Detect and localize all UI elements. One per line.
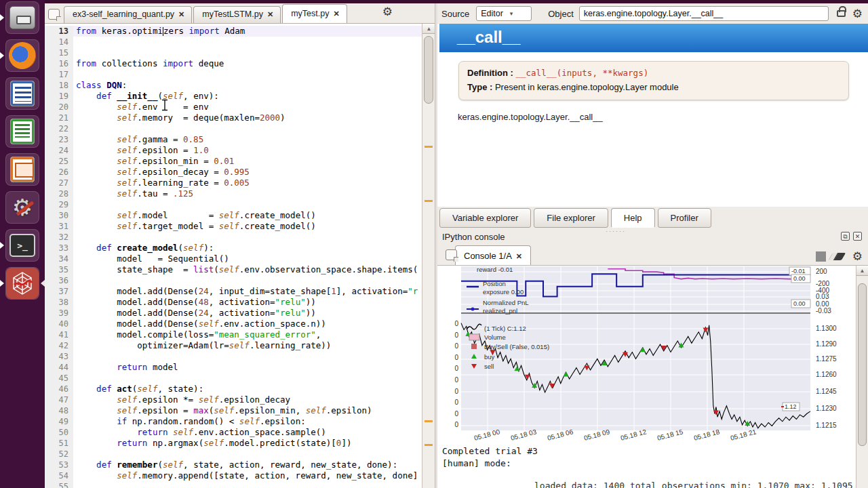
console-scrollbar[interactable]: ▲: [856, 266, 868, 488]
line-number: 15: [45, 47, 73, 58]
svg-text:0.00: 0.00: [793, 275, 806, 282]
line-number: 36: [45, 275, 73, 286]
close-pane-icon[interactable]: ✕: [853, 232, 862, 241]
code-line[interactable]: 53 def remember(self, state, action, rew…: [45, 460, 422, 470]
code-line[interactable]: 52: [45, 449, 422, 460]
line-number: 41: [45, 329, 73, 340]
settings-icon[interactable]: ⚙: [5, 191, 39, 224]
code-line[interactable]: 24 self.epsilon = 1.0: [45, 145, 422, 156]
scrollbar-thumb[interactable]: [858, 283, 867, 446]
impress-icon[interactable]: [5, 153, 39, 186]
code-line[interactable]: 27 self.learning_rate = 0.005: [45, 178, 422, 188]
browse-tabs-button[interactable]: [48, 9, 60, 20]
code-line[interactable]: 49 if np.random.random() < self.epsilon:: [45, 416, 422, 427]
code-line[interactable]: 23 self.gamma = 0.85: [45, 134, 422, 145]
line-number: 47: [45, 394, 73, 405]
code-line[interactable]: 26 self.epsilon_decay = 0.995: [45, 167, 422, 178]
writer-icon[interactable]: [5, 77, 39, 110]
tab-mytestlstm[interactable]: myTestLSTM.py✕: [193, 6, 281, 23]
tab-help[interactable]: Help: [611, 208, 655, 228]
code-line[interactable]: 55: [45, 481, 422, 488]
svg-text:-0.03: -0.03: [816, 307, 831, 314]
tab-mytest[interactable]: myTest.py✕: [282, 4, 347, 23]
code-line[interactable]: 33 def create_model(self):: [45, 243, 422, 253]
close-icon[interactable]: ✕: [178, 10, 184, 18]
code-line[interactable]: 21 self.memory = deque(maxlen=2000): [45, 113, 422, 123]
code-line[interactable]: 29: [45, 199, 422, 210]
source-select[interactable]: Editor▾: [476, 6, 532, 21]
code-line[interactable]: 50 return self.env.action_space.sample(): [45, 427, 422, 438]
object-input[interactable]: keras.engine.topology.Layer.__call__: [579, 6, 829, 21]
code-editor[interactable]: 13from keras.optimizers import Adam14151…: [45, 24, 422, 488]
close-icon[interactable]: ✕: [516, 252, 522, 260]
console-options-gear-icon[interactable]: ⚙: [852, 251, 863, 262]
line-number: 50: [45, 427, 73, 438]
lock-icon[interactable]: [837, 10, 846, 17]
code-line[interactable]: 19 def __init__(self, env):: [45, 91, 422, 102]
code-line[interactable]: 48 self.epsilon = max(self.epsilon_min, …: [45, 405, 422, 416]
code-line[interactable]: 31 self.target_model = self.create_model…: [45, 221, 422, 232]
undock-icon[interactable]: ⧉: [841, 232, 850, 241]
help-options-gear-icon[interactable]: ⚙: [852, 8, 863, 20]
line-number: 26: [45, 167, 73, 178]
tab-file-explorer[interactable]: File explorer: [534, 208, 608, 228]
scrollbar-thumb[interactable]: [424, 36, 433, 104]
code-line[interactable]: 46 def act(self, state):: [45, 384, 422, 394]
code-line[interactable]: 15: [45, 47, 422, 58]
tab-profiler[interactable]: Profiler: [658, 208, 711, 228]
svg-text:0: 0: [454, 388, 458, 395]
code-line[interactable]: 42 optimizer=Adam(lr=self.learning_rate)…: [45, 340, 422, 351]
code-line[interactable]: 45: [45, 373, 422, 384]
code-line[interactable]: 35 state_shape = list(self.env.observati…: [45, 264, 422, 275]
code-line[interactable]: 16from collections import deque: [45, 58, 422, 69]
code-line[interactable]: 14: [45, 37, 422, 47]
tab-ex3-self-learning-quant[interactable]: ex3-self_learning_quant.py✕: [64, 6, 192, 23]
spyder-icon[interactable]: [5, 267, 39, 300]
console-output[interactable]: reward -0.01Positionexposure 0.00Normali…: [437, 266, 856, 488]
svg-text:0: 0: [454, 365, 458, 372]
code-line[interactable]: 47 self.epsilon *= self.epsilon_decay: [45, 394, 422, 405]
close-icon[interactable]: ✕: [267, 10, 273, 18]
line-number: 40: [45, 319, 73, 329]
code-line[interactable]: 36: [45, 275, 422, 286]
scroll-up-icon[interactable]: ▲: [422, 24, 435, 34]
line-number: 14: [45, 37, 73, 47]
tab-variable-explorer[interactable]: Variable explorer: [439, 208, 531, 228]
svg-text:0: 0: [454, 399, 458, 406]
interrupt-kernel-icon[interactable]: [816, 251, 826, 262]
firefox-icon[interactable]: [5, 39, 39, 72]
browse-consoles-button[interactable]: [446, 249, 457, 260]
terminal-icon[interactable]: >_: [5, 229, 39, 262]
code-line[interactable]: 25 self.epsilon_min = 0.01: [45, 156, 422, 167]
code-line[interactable]: 44 return model: [45, 362, 422, 373]
code-line[interactable]: 20 self.env = env: [45, 102, 422, 113]
code-line[interactable]: 18class DQN:: [45, 80, 422, 91]
calc-icon[interactable]: [5, 115, 39, 148]
close-icon[interactable]: ✕: [333, 9, 339, 18]
scroll-up-icon[interactable]: ▲: [856, 266, 868, 276]
code-line[interactable]: 51 return np.argmax(self.model.predict(s…: [45, 438, 422, 449]
editor-scrollbar[interactable]: ▲: [422, 24, 435, 488]
code-line[interactable]: 41 model.compile(loss="mean_squared_erro…: [45, 329, 422, 340]
panel-tabbar: Variable explorer File explorer Help Pro…: [439, 208, 868, 228]
editor-options-gear-icon[interactable]: ⚙: [382, 6, 393, 18]
definition-label: Definition :: [467, 68, 513, 78]
eraser-icon[interactable]: [829, 253, 846, 260]
code-line[interactable]: 40 model.add(Dense(self.env.action_space…: [45, 319, 422, 329]
svg-text:reward -0.01: reward -0.01: [477, 266, 513, 273]
archive-icon[interactable]: [5, 1, 39, 34]
code-line[interactable]: 34 model = Sequential(): [45, 253, 422, 264]
code-line[interactable]: 17: [45, 69, 422, 80]
code-line[interactable]: 39 model.add(Dense(24, activation="relu"…: [45, 308, 422, 319]
code-line[interactable]: 37 model.add(Dense(24, input_dim=state_s…: [45, 286, 422, 297]
code-line[interactable]: 22: [45, 123, 422, 134]
tab-console-1a[interactable]: Console 1/A✕: [455, 245, 531, 265]
code-line[interactable]: 43: [45, 351, 422, 362]
code-line[interactable]: 54 self.memory.append([state, action, re…: [45, 470, 422, 481]
code-line[interactable]: 32: [45, 232, 422, 243]
help-toolbar: Source Editor▾ Object keras.engine.topol…: [437, 3, 868, 24]
code-line[interactable]: 13from keras.optimizers import Adam: [45, 26, 422, 37]
code-line[interactable]: 28 self.tau = .125: [45, 188, 422, 199]
code-line[interactable]: 38 model.add(Dense(48, activation="relu"…: [45, 297, 422, 308]
code-line[interactable]: 30 self.model = self.create_model(): [45, 210, 422, 221]
